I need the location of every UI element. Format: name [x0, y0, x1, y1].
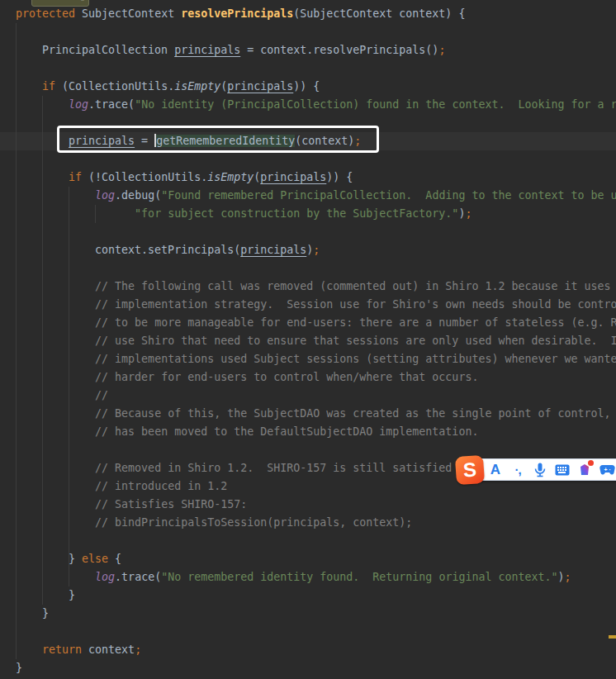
code-token: [16, 425, 95, 438]
code-token: [16, 316, 95, 329]
code-token: ): [557, 571, 564, 583]
code-line[interactable]: context.setPrincipals(principals);: [0, 241, 616, 259]
code-line[interactable]: [0, 532, 616, 550]
code-token: // Because of this, the SubjectDAO was c…: [95, 407, 616, 420]
code-token: ;: [438, 44, 445, 56]
code-line[interactable]: // Satisfies SHIRO-157:: [0, 496, 616, 514]
code-token: if: [42, 80, 55, 93]
code-line[interactable]: }: [0, 586, 616, 605]
code-token: "No remembered identity found. Returning…: [161, 571, 557, 583]
code-token: log: [95, 189, 115, 202]
code-token: [16, 353, 95, 365]
code-line[interactable]: [0, 623, 616, 641]
code-line[interactable]: // to be more manageable for end-users: …: [0, 314, 616, 332]
sogou-logo-icon[interactable]: S: [455, 455, 485, 485]
code-token: [16, 571, 95, 583]
code-token: context.setPrincipals(: [16, 244, 240, 256]
code-token: context: [82, 643, 135, 656]
code-line[interactable]: [0, 441, 616, 459]
code-token: // harder for end-users to control when/…: [95, 371, 478, 383]
code-line[interactable]: [0, 223, 616, 241]
code-token: // The following call was removed (comme…: [95, 280, 616, 292]
code-line[interactable]: log.trace("No remembered identity found.…: [0, 568, 616, 586]
code-line[interactable]: }: [0, 605, 616, 623]
code-line[interactable]: //: [0, 387, 616, 405]
code-token: ;: [565, 571, 571, 583]
game-mode-icon[interactable]: + ·: [598, 461, 616, 479]
code-line[interactable]: }: [0, 659, 616, 677]
code-token: [16, 462, 95, 474]
code-line[interactable]: [0, 259, 616, 278]
code-token: "No identity (PrincipalCollection) found…: [135, 98, 616, 111]
code-line[interactable]: // The following call was removed (comme…: [0, 278, 616, 296]
code-line[interactable]: // harder for end-users to control when/…: [0, 368, 616, 387]
indent-guide: [95, 205, 96, 223]
code-token: isEmpty: [174, 80, 220, 93]
code-line[interactable]: // implementations used Subject sessions…: [0, 350, 616, 368]
code-token: log: [69, 98, 88, 111]
indent-guide: [42, 96, 43, 605]
code-token: SubjectContext: [75, 7, 181, 20]
code-token: PrincipalCollection: [16, 44, 174, 56]
code-line[interactable]: PrincipalCollection principals = context…: [0, 41, 616, 59]
code-token: protected: [16, 7, 75, 20]
code-token: [16, 371, 95, 383]
code-line[interactable]: "for subject construction by the Subject…: [0, 205, 616, 223]
error-stripe-marker[interactable]: [609, 635, 616, 639]
code-line[interactable]: [0, 23, 616, 41]
code-token: //: [95, 389, 108, 401]
code-token: )) {: [293, 80, 320, 93]
code-line[interactable]: log.trace("No identity (PrincipalCollect…: [0, 96, 616, 114]
code-line[interactable]: if (!CollectionUtils.isEmpty(principals)…: [0, 169, 616, 187]
notification-dot: [588, 460, 594, 466]
code-token: // introduced in 1.2: [95, 480, 227, 492]
code-token: principals: [227, 80, 293, 93]
code-line[interactable]: if (CollectionUtils.isEmpty(principals))…: [0, 78, 616, 96]
code-token: [16, 335, 95, 347]
code-token: }: [16, 553, 82, 565]
code-token: // has been moved to the DefaultSubjectD…: [95, 425, 478, 438]
code-line[interactable]: log.debug("Found remembered PrincipalCol…: [0, 187, 616, 205]
code-token: {: [108, 553, 121, 565]
code-token: // bindPrincipalsToSession(principals, c…: [95, 516, 412, 529]
code-token: }: [16, 662, 22, 674]
code-token: .debug(: [115, 189, 161, 202]
code-line[interactable]: // bindPrincipalsToSession(principals, c…: [0, 514, 616, 532]
code-line[interactable]: // use Shiro that need to ensure that se…: [0, 332, 616, 350]
skin-icon[interactable]: [576, 461, 594, 479]
code-token: if: [69, 171, 82, 183]
code-token: = context.resolvePrincipals(): [240, 44, 438, 56]
code-token: }: [16, 589, 75, 601]
punctuation-mode-button[interactable]: ·,: [509, 461, 527, 479]
code-line[interactable]: // implementation strategy. Session use …: [0, 296, 616, 314]
code-line[interactable]: [0, 150, 616, 169]
svg-text:+ ·: + ·: [604, 466, 610, 472]
code-token: // to be more manageable for end-users: …: [95, 316, 616, 329]
code-line[interactable]: protected SubjectContext resolvePrincipa…: [0, 5, 616, 23]
microphone-icon[interactable]: [531, 461, 549, 479]
code-token: isEmpty: [207, 171, 254, 183]
code-line[interactable]: [0, 59, 616, 78]
code-token: (!CollectionUtils.: [82, 171, 207, 183]
code-token: .trace(: [115, 571, 161, 583]
code-line[interactable]: return context;: [0, 641, 616, 659]
code-area[interactable]: protected SubjectContext resolvePrincipa…: [0, 0, 616, 679]
code-line[interactable]: // Because of this, the SubjectDAO was c…: [0, 405, 616, 423]
code-token: log: [95, 571, 115, 583]
code-token: // implementation strategy. Session use …: [95, 298, 616, 311]
code-token: [16, 516, 95, 529]
code-token: )) {: [326, 171, 353, 183]
code-token: "for subject construction by the Subject…: [135, 207, 458, 220]
language-mode-button[interactable]: A: [486, 461, 505, 479]
code-token: return: [42, 643, 82, 656]
code-token: [16, 480, 95, 492]
code-token: [16, 280, 95, 292]
code-token: [16, 207, 135, 220]
code-line[interactable]: } else {: [0, 550, 616, 568]
code-token: // use Shiro that need to ensure that se…: [95, 335, 616, 347]
code-line[interactable]: // has been moved to the DefaultSubjectD…: [0, 423, 616, 441]
soft-keyboard-icon[interactable]: [553, 461, 571, 479]
indent-guide: [16, 23, 17, 659]
code-token: [16, 80, 42, 93]
code-token: // implementations used Subject sessions…: [95, 353, 616, 365]
